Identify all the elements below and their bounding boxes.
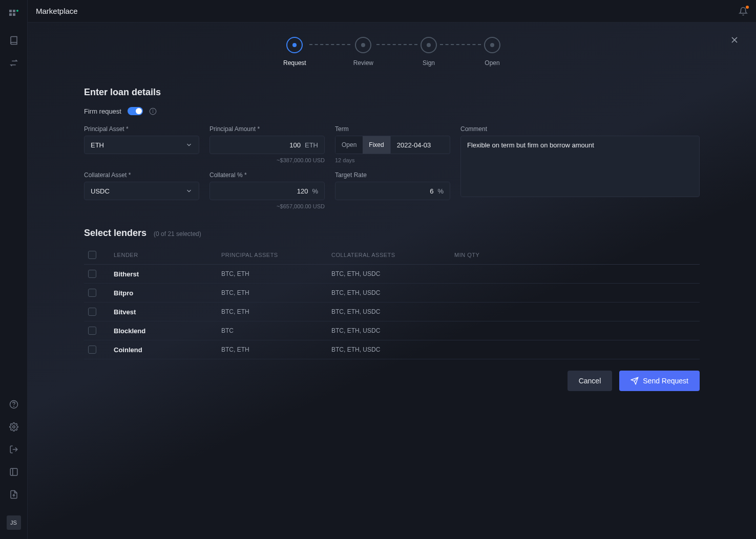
topbar: Marketplace xyxy=(28,0,756,23)
table-row[interactable]: BitvestBTC, ETHBTC, ETH, USDC xyxy=(84,303,700,321)
target-rate-input[interactable] xyxy=(342,187,433,195)
nav-help-icon[interactable] xyxy=(8,399,19,410)
collateral-assets: BTC, ETH, USDC xyxy=(331,289,454,296)
step-request[interactable]: Request xyxy=(283,37,306,67)
table-row[interactable]: BitherstBTC, ETHBTC, ETH, USDC xyxy=(84,265,700,284)
user-avatar[interactable]: JS xyxy=(7,515,21,530)
lender-name: Blocklend xyxy=(114,327,221,335)
collateral-asset-label: Collateral Asset * xyxy=(84,171,199,179)
step-open[interactable]: Open xyxy=(484,37,500,67)
term-date-input[interactable]: 2022-04-03 xyxy=(391,136,450,154)
target-rate-label: Target Rate xyxy=(335,171,450,179)
lender-name: Bitvest xyxy=(114,308,221,316)
nav-export-icon[interactable] xyxy=(8,489,19,500)
principal-asset-select[interactable]: ETH xyxy=(84,136,199,154)
step-circle-icon xyxy=(484,37,500,53)
table-row[interactable]: BlocklendBTCBTC, ETH, USDC xyxy=(84,321,700,340)
principal-asset-label: Principal Asset * xyxy=(84,125,199,133)
lenders-table: LENDER PRINCIPAL ASSETS COLLATERAL ASSET… xyxy=(84,246,700,359)
collateral-pct-input[interactable] xyxy=(216,187,308,195)
principal-assets: BTC, ETH xyxy=(221,308,331,315)
lenders-table-header: LENDER PRINCIPAL ASSETS COLLATERAL ASSET… xyxy=(84,246,700,265)
close-icon[interactable] xyxy=(729,35,740,45)
target-rate-unit: % xyxy=(437,187,444,195)
collateral-assets: BTC, ETH, USDC xyxy=(331,308,454,315)
collateral-pct-input-wrap: % xyxy=(209,182,325,200)
svg-rect-3 xyxy=(13,13,15,16)
row-checkbox[interactable] xyxy=(88,289,96,297)
chevron-down-icon xyxy=(185,187,193,195)
table-row[interactable]: BitproBTC, ETHBTC, ETH, USDC xyxy=(84,284,700,303)
principal-assets: BTC xyxy=(221,327,331,334)
row-checkbox[interactable] xyxy=(88,308,96,316)
row-checkbox[interactable] xyxy=(88,270,96,278)
cancel-button[interactable]: Cancel xyxy=(568,371,613,391)
svg-point-7 xyxy=(12,426,15,428)
firm-request-toggle[interactable] xyxy=(128,107,143,115)
collateral-asset-select[interactable]: USDC xyxy=(84,182,199,200)
info-icon[interactable] xyxy=(149,107,157,115)
principal-asset-value: ETH xyxy=(91,141,104,149)
send-request-label: Send Request xyxy=(643,377,688,385)
principal-amount-input[interactable] xyxy=(216,141,301,149)
firm-request-label: Firm request xyxy=(84,107,121,115)
svg-rect-1 xyxy=(13,10,15,12)
comment-label: Comment xyxy=(460,125,700,133)
step-sign[interactable]: Sign xyxy=(421,37,437,67)
term-fixed-button[interactable]: Fixed xyxy=(363,136,390,154)
send-request-button[interactable]: Send Request xyxy=(619,371,700,391)
collateral-assets: BTC, ETH, USDC xyxy=(331,270,454,277)
nav-settings-icon[interactable] xyxy=(8,421,19,433)
col-principal: PRINCIPAL ASSETS xyxy=(221,252,331,258)
principal-amount-unit: ETH xyxy=(305,141,318,149)
app-logo xyxy=(9,9,19,19)
term-hint: 12 days xyxy=(335,157,450,163)
stepper: RequestReviewSignOpen xyxy=(0,37,756,67)
nav-panel-icon[interactable] xyxy=(8,466,19,478)
col-collateral: COLLATERAL ASSETS xyxy=(331,252,454,258)
row-checkbox[interactable] xyxy=(88,346,96,354)
term-open-button[interactable]: Open xyxy=(335,136,363,154)
col-minqty: MIN QTY xyxy=(454,252,696,258)
send-icon xyxy=(631,377,639,385)
sidebar: JS xyxy=(0,0,28,539)
svg-rect-2 xyxy=(9,13,12,16)
term-mode-segment: Open Fixed xyxy=(335,136,391,154)
principal-amount-hint: ~$387,000.00 USD xyxy=(209,157,325,163)
collateral-pct-unit: % xyxy=(312,187,318,195)
lender-name: Coinlend xyxy=(114,346,221,354)
term-label: Term xyxy=(335,125,450,133)
select-lenders-count: (0 of 21 selected) xyxy=(154,230,201,238)
svg-point-4 xyxy=(16,10,18,12)
target-rate-input-wrap: % xyxy=(335,182,450,200)
principal-amount-label: Principal Amount * xyxy=(209,125,325,133)
principal-assets: BTC, ETH xyxy=(221,289,331,296)
collateral-asset-value: USDC xyxy=(91,187,110,195)
svg-point-14 xyxy=(153,110,153,110)
page-title: Marketplace xyxy=(36,7,78,15)
principal-assets: BTC, ETH xyxy=(221,270,331,277)
svg-point-6 xyxy=(13,406,14,406)
step-connector xyxy=(309,44,350,45)
svg-rect-0 xyxy=(9,10,12,12)
table-row[interactable]: CoinlendBTC, ETHBTC, ETH, USDC xyxy=(84,340,700,359)
content-panel: RequestReviewSignOpen Enter loan details… xyxy=(28,23,756,539)
row-checkbox[interactable] xyxy=(88,327,96,335)
svg-rect-8 xyxy=(10,468,17,476)
step-review[interactable]: Review xyxy=(353,37,373,67)
collateral-assets: BTC, ETH, USDC xyxy=(331,346,454,353)
notifications-icon[interactable] xyxy=(739,7,748,16)
nav-logout-icon[interactable] xyxy=(8,444,19,455)
select-lenders-heading: Select lenders xyxy=(84,228,146,239)
step-label: Review xyxy=(353,59,373,67)
lender-name: Bitpro xyxy=(114,289,221,297)
collateral-assets: BTC, ETH, USDC xyxy=(331,327,454,334)
step-label: Open xyxy=(485,59,499,67)
collateral-pct-label: Collateral % * xyxy=(209,171,325,179)
select-all-checkbox[interactable] xyxy=(88,251,96,259)
collateral-pct-hint: ~$657,000.00 USD xyxy=(209,203,325,209)
principal-assets: BTC, ETH xyxy=(221,346,331,353)
comment-input[interactable]: Flexible on term but firm on borrow amou… xyxy=(460,136,700,197)
step-label: Request xyxy=(283,59,306,67)
col-lender: LENDER xyxy=(114,252,221,258)
